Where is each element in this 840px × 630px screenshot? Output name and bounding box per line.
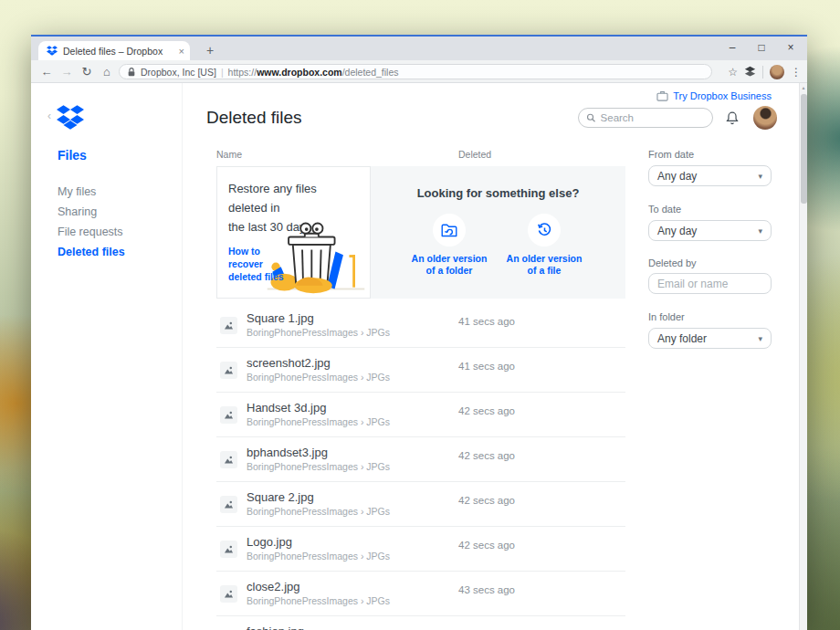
bookmark-star-icon[interactable]: ☆: [728, 66, 738, 79]
file-path: BoringPhonePressImages › JPGs: [247, 461, 390, 472]
page-title: Deleted files: [206, 108, 302, 128]
older-folder-circle: [433, 214, 466, 247]
file-row[interactable]: bphandset3.jpg BoringPhonePressImages › …: [216, 437, 625, 482]
sidebar-item-file-requests[interactable]: File requests: [58, 226, 123, 238]
to-date-label: To date: [648, 204, 681, 215]
file-path: BoringPhonePressImages › JPGs: [247, 595, 390, 606]
caret-down-icon: ▾: [758, 226, 762, 236]
sidebar-collapse-icon[interactable]: ‹: [47, 110, 51, 122]
how-to-recover-link[interactable]: How to recover deleted files: [228, 245, 292, 283]
back-icon[interactable]: ←: [37, 65, 57, 79]
scrollbar-thumb[interactable]: [801, 94, 807, 204]
file-path: BoringPhonePressImages › JPGs: [247, 416, 390, 427]
reload-icon[interactable]: ↻: [77, 65, 97, 79]
file-name: fashion.jpg: [247, 625, 304, 630]
forward-icon[interactable]: →: [57, 65, 77, 79]
older-file-label: An older version of a file: [489, 253, 599, 277]
file-deleted-time: 41 secs ago: [458, 361, 515, 372]
new-tab-button[interactable]: +: [199, 40, 221, 60]
dropbox-logo-icon[interactable]: [57, 105, 84, 130]
looking-panel: Looking for something else? An older ver…: [371, 166, 625, 299]
file-row[interactable]: Square 2.jpg BoringPhonePressImages › JP…: [216, 482, 625, 527]
window-minimize-button[interactable]: –: [718, 37, 747, 60]
sidebar-section-files[interactable]: Files: [58, 148, 87, 163]
file-deleted-time: 42 secs ago: [458, 450, 515, 461]
file-name: Square 2.jpg: [247, 490, 314, 504]
image-file-icon: [220, 406, 237, 424]
caret-down-icon: ▾: [758, 172, 762, 181]
file-row[interactable]: fashion.jpg: [216, 616, 625, 630]
browser-profile-avatar[interactable]: [770, 65, 784, 79]
file-deleted-time: 42 secs ago: [458, 495, 515, 506]
dropbox-favicon-icon: [47, 46, 58, 56]
to-date-value: Any day: [657, 225, 697, 237]
sidebar: ‹ Files My files Sharing File requests D…: [31, 83, 183, 630]
page-url: https://www.dropbox.com/deleted_files: [228, 67, 399, 78]
file-path: BoringPhonePressImages › JPGs: [247, 551, 390, 562]
lock-icon: [127, 67, 136, 78]
briefcase-icon: [656, 90, 668, 101]
sidebar-item-my-files[interactable]: My files: [58, 185, 96, 198]
file-deleted-time: 41 secs ago: [458, 316, 515, 327]
scroll-up-icon[interactable]: ▲: [800, 85, 807, 90]
window-maximize-button[interactable]: □: [747, 37, 776, 60]
extension-layers-icon[interactable]: [744, 66, 756, 78]
to-date-select[interactable]: Any day ▾: [648, 220, 772, 241]
image-file-icon: [220, 317, 237, 334]
file-deleted-time: 42 secs ago: [458, 540, 515, 551]
column-header-deleted[interactable]: Deleted: [458, 149, 491, 160]
older-file-circle: [528, 214, 561, 247]
image-file-icon: [220, 541, 237, 558]
in-folder-value: Any folder: [657, 332, 707, 345]
file-name: Handset 3d.jpg: [247, 401, 326, 415]
search-input[interactable]: [601, 112, 705, 123]
from-date-select[interactable]: Any day ▾: [648, 165, 772, 186]
in-folder-label: In folder: [648, 311, 685, 322]
file-deleted-time: 42 secs ago: [458, 405, 515, 416]
browser-tab[interactable]: Deleted files – Dropbox ×: [38, 41, 190, 60]
caret-down-icon: ▾: [758, 334, 762, 343]
security-badge: Dropbox, Inc [US]: [141, 67, 216, 78]
page-scrollbar[interactable]: ▲: [799, 83, 807, 630]
url-separator: |: [221, 67, 224, 78]
file-row[interactable]: screenshot2.jpg BoringPhonePressImages ›…: [216, 348, 625, 393]
file-version-icon: [536, 222, 553, 239]
file-name: Logo.jpg: [247, 535, 292, 549]
browser-window: Deleted files – Dropbox × + – □ × ← → ↻ …: [31, 35, 807, 630]
from-date-value: Any day: [657, 170, 697, 183]
tab-title: Deleted files – Dropbox: [63, 46, 173, 57]
browser-menu-icon[interactable]: ⋮: [791, 66, 802, 79]
search-icon: [586, 112, 596, 123]
file-row[interactable]: close2.jpg BoringPhonePressImages › JPGs…: [216, 572, 625, 616]
tab-close-icon[interactable]: ×: [179, 46, 184, 57]
account-avatar[interactable]: [753, 106, 777, 130]
column-header-name[interactable]: Name: [216, 149, 242, 160]
file-row[interactable]: Logo.jpg BoringPhonePressImages › JPGs 4…: [216, 527, 625, 572]
file-name: screenshot2.jpg: [247, 356, 331, 370]
restore-banner-card: Restore any files deleted in the last 30…: [216, 166, 371, 299]
address-bar[interactable]: Dropbox, Inc [US] | https://www.dropbox.…: [119, 64, 712, 79]
home-icon[interactable]: ⌂: [97, 65, 117, 79]
image-file-icon: [220, 362, 237, 379]
sidebar-item-sharing[interactable]: Sharing: [58, 205, 97, 218]
image-file-icon: [220, 585, 237, 603]
image-file-icon: [220, 496, 237, 513]
folder-version-icon: [440, 222, 458, 238]
file-row[interactable]: Square 1.jpg BoringPhonePressImages › JP…: [216, 303, 625, 348]
older-folder-option[interactable]: An older version of a folder: [394, 214, 504, 277]
search-box[interactable]: [578, 108, 713, 128]
file-row[interactable]: Handset 3d.jpg BoringPhonePressImages › …: [216, 393, 625, 437]
sidebar-item-deleted-files[interactable]: Deleted files: [58, 246, 125, 258]
in-folder-select[interactable]: Any folder ▾: [648, 328, 772, 349]
file-path: BoringPhonePressImages › JPGs: [247, 327, 390, 338]
dropbox-page: ‹ Files My files Sharing File requests D…: [31, 83, 807, 630]
window-close-button[interactable]: ×: [776, 37, 805, 60]
older-file-option[interactable]: An older version of a file: [489, 214, 599, 277]
deleted-by-input[interactable]: [648, 273, 772, 294]
notifications-bell-icon[interactable]: [724, 110, 740, 127]
file-path: BoringPhonePressImages › JPGs: [247, 372, 390, 383]
try-dropbox-business-label: Try Dropbox Business: [673, 90, 772, 101]
try-dropbox-business-link[interactable]: Try Dropbox Business: [656, 90, 772, 101]
image-file-icon: [220, 451, 237, 468]
deleted-files-list: Square 1.jpg BoringPhonePressImages › JP…: [216, 303, 625, 630]
